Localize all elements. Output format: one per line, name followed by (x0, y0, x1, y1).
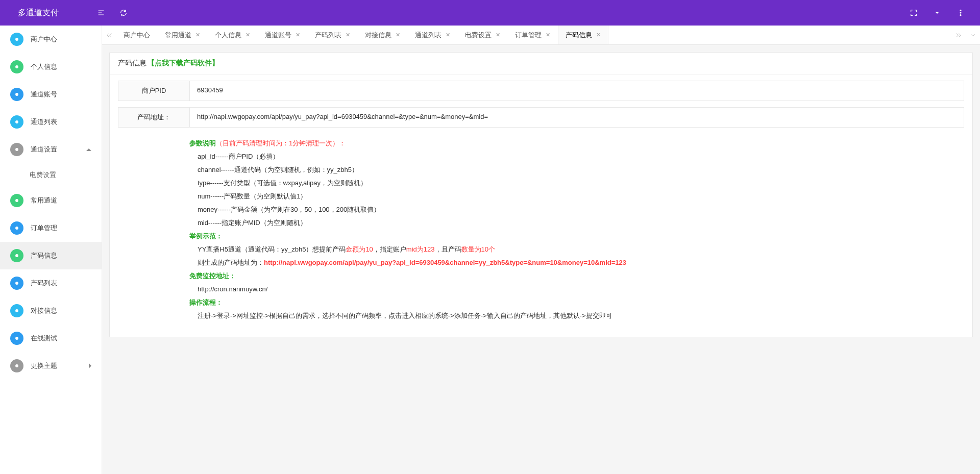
chevron-up-icon (86, 148, 91, 151)
svg-point-4 (15, 65, 18, 68)
label-code-url: 产码地址： (118, 108, 190, 127)
sidebar-item-8[interactable]: 产码列表 (0, 269, 102, 297)
sidebar-item-11[interactable]: 更换主题 (0, 352, 102, 380)
example-prefix: YY直播H5通道（通道代码：yy_zbh5）想提前产码 (198, 245, 346, 253)
tab-3[interactable]: 通道账号✕ (258, 26, 308, 44)
tab-9[interactable]: 产码信息✕ (558, 26, 608, 44)
param-line-3: num------产码数量（为空则默认值1） (189, 190, 964, 203)
monitor-url: http://cron.nanmuyw.cn/ (189, 283, 964, 296)
description-block: 参数说明（目前产码清理时间为：1分钟清理一次）： api_id------商户P… (118, 137, 964, 322)
panel: 产码信息 【点我下载产码软件】 商户PID 6930459 产码地址： http… (109, 52, 973, 337)
param-note: （目前产码清理时间为：1分钟清理一次）： (216, 139, 346, 147)
menu-toggle-icon[interactable] (97, 9, 105, 17)
sidebar-icon (10, 249, 23, 262)
sidebar-item-label: 个人信息 (31, 62, 57, 71)
generated-prefix: 则生成的产码地址为： (198, 259, 264, 266)
tab-2[interactable]: 个人信息✕ (208, 26, 258, 44)
svg-point-13 (15, 337, 18, 340)
svg-point-11 (15, 282, 18, 285)
sidebar-item-label: 产码列表 (31, 279, 57, 288)
sidebar-icon (10, 60, 23, 73)
example-mid-pre: ，指定账户 (373, 245, 406, 253)
tab-5[interactable]: 对接信息✕ (358, 26, 408, 44)
sidebar-item-label: 通道列表 (31, 117, 57, 127)
tab-label: 对接信息 (365, 31, 391, 40)
sidebar-item-9[interactable]: 对接信息 (0, 297, 102, 325)
tab-8[interactable]: 订单管理✕ (508, 26, 558, 44)
sidebar-item-7[interactable]: 产码信息 (0, 242, 102, 269)
sidebar-item-label: 更换主题 (31, 361, 57, 370)
row-code-url: 产码地址： http://napi.wwgopay.com/api/pay/yu… (118, 107, 964, 128)
svg-point-6 (15, 120, 18, 123)
dropdown-caret-icon[interactable] (933, 9, 941, 17)
param-line-5: mid------指定账户MID（为空则随机） (189, 216, 964, 230)
tab-scroll-left-icon[interactable] (102, 26, 116, 44)
op-steps: 注册->登录->网址监控->根据自己的需求，选择不同的产码频率，点击进入相应的系… (189, 309, 964, 322)
svg-point-14 (15, 364, 18, 367)
svg-point-7 (15, 148, 18, 151)
tab-scroll-right-icon[interactable] (951, 26, 966, 44)
chevron-right-icon (89, 363, 91, 368)
more-icon[interactable] (957, 9, 965, 17)
tab-close-icon[interactable]: ✕ (546, 32, 550, 38)
tab-0[interactable]: 商户中心 (116, 26, 158, 44)
sidebar-item-3[interactable]: 通道列表 (0, 108, 102, 136)
sidebar-item-label: 通道设置 (31, 145, 57, 154)
tab-menu-icon[interactable] (966, 26, 980, 44)
tab-close-icon[interactable]: ✕ (346, 32, 350, 38)
tab-close-icon[interactable]: ✕ (195, 32, 200, 38)
row-merchant-pid: 商户PID 6930459 (118, 81, 964, 101)
svg-point-5 (15, 93, 18, 96)
sidebar-icon (10, 143, 23, 156)
sidebar-subitem-4-0[interactable]: 电费设置 (0, 163, 102, 187)
tab-label: 产码列表 (315, 31, 341, 40)
sidebar-icon (10, 33, 23, 46)
tab-4[interactable]: 产码列表✕ (308, 26, 358, 44)
tab-close-icon[interactable]: ✕ (296, 32, 300, 38)
sidebar-icon (10, 221, 23, 235)
svg-point-2 (960, 15, 961, 16)
tab-6[interactable]: 通道列表✕ (408, 26, 458, 44)
tab-label: 电费设置 (465, 31, 492, 40)
tab-close-icon[interactable]: ✕ (596, 32, 601, 38)
sidebar-item-label: 在线测试 (31, 334, 57, 343)
param-line-4: money------产码金额（为空则在30，50，100，200随机取值） (189, 203, 964, 216)
sidebar-item-1[interactable]: 个人信息 (0, 53, 102, 81)
panel-title: 产码信息 (118, 59, 146, 68)
sidebar-item-4[interactable]: 通道设置 (0, 136, 102, 163)
refresh-icon[interactable] (119, 9, 128, 17)
param-title: 参数说明 (189, 139, 216, 147)
tab-label: 通道列表 (415, 31, 442, 40)
sidebar-item-6[interactable]: 订单管理 (0, 214, 102, 242)
value-code-url: http://napi.wwgopay.com/api/pay/yu_pay?a… (190, 108, 964, 127)
sidebar-item-0[interactable]: 商户中心 (0, 26, 102, 53)
tab-label: 个人信息 (215, 31, 241, 40)
tab-close-icon[interactable]: ✕ (246, 32, 250, 38)
op-title: 操作流程： (189, 298, 223, 306)
sidebar-item-10[interactable]: 在线测试 (0, 325, 102, 352)
tab-close-icon[interactable]: ✕ (396, 32, 400, 38)
brand-title: 多通道支付 (10, 8, 92, 18)
param-line-0: api_id------商户PID（必填） (189, 150, 964, 163)
sidebar-subitem-label: 电费设置 (30, 170, 56, 180)
sidebar-item-2[interactable]: 通道账号 (0, 81, 102, 108)
sidebar-item-5[interactable]: 常用通道 (0, 187, 102, 214)
tab-7[interactable]: 电费设置✕ (458, 26, 508, 44)
generated-url: http://napi.wwgopay.com/api/pay/yu_pay?a… (264, 259, 626, 266)
sidebar-icon (10, 194, 23, 207)
sidebar-icon (10, 332, 23, 345)
example-title: 举例示范： (189, 232, 223, 240)
example-amount: 金额为10 (346, 245, 373, 253)
label-merchant-pid: 商户PID (118, 81, 190, 101)
sidebar-item-label: 商户中心 (31, 35, 57, 44)
tab-close-icon[interactable]: ✕ (496, 32, 500, 38)
tab-1[interactable]: 常用通道✕ (158, 26, 208, 44)
fullscreen-icon[interactable] (910, 9, 918, 17)
sidebar-item-label: 对接信息 (31, 306, 57, 315)
top-header: 多通道支付 (0, 0, 980, 26)
sidebar-icon (10, 115, 23, 129)
sidebar-item-label: 订单管理 (31, 223, 57, 233)
tab-close-icon[interactable]: ✕ (446, 32, 450, 38)
download-software-link[interactable]: 【点我下载产码软件】 (148, 59, 219, 68)
tab-bar: 商户中心常用通道✕个人信息✕通道账号✕产码列表✕对接信息✕通道列表✕电费设置✕订… (102, 26, 980, 45)
